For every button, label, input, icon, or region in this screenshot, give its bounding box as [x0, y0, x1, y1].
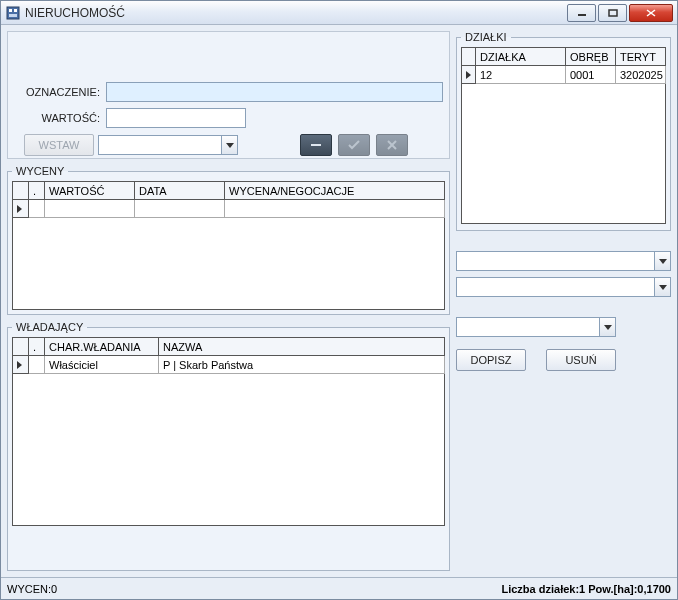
status-bar: WYCEN:0 Liczba działek:1 Pow.[ha]:0,1700: [1, 577, 677, 599]
dzialki-group: DZIAŁKI DZIAŁKA OBRĘB TERYT 12 0001 3202…: [456, 31, 671, 231]
close-button[interactable]: [629, 4, 673, 22]
wyceny-group: WYCENY . WARTOŚĆ DATA WYCENA/NEGOCJACJE: [7, 165, 450, 315]
col-char[interactable]: CHAR.WŁADANIA: [45, 338, 159, 356]
wstaw-combo[interactable]: [98, 135, 238, 155]
col-data[interactable]: DATA: [135, 182, 225, 200]
dzialki-grid[interactable]: DZIAŁKA OBRĘB TERYT 12 0001 3202025: [461, 47, 666, 84]
titlebar: NIERUCHOMOŚĆ: [1, 1, 677, 25]
table-row[interactable]: Właściciel P | Skarb Państwa: [13, 356, 445, 374]
svg-rect-0: [7, 7, 19, 19]
table-row[interactable]: [13, 200, 445, 218]
svg-rect-8: [311, 144, 321, 146]
oznaczenie-label: OZNACZENIE:: [14, 86, 106, 98]
status-dzialki: Liczba działek:1 Pow.[ha]:0,1700: [501, 583, 671, 595]
svg-rect-2: [14, 9, 17, 12]
col-wartosc[interactable]: WARTOŚĆ: [45, 182, 135, 200]
right-combo-1[interactable]: [456, 251, 671, 271]
wladajacy-grid-body[interactable]: [12, 374, 445, 526]
table-row[interactable]: 12 0001 3202025: [462, 66, 666, 84]
maximize-button[interactable]: [598, 4, 627, 22]
wyceny-grid-body[interactable]: [12, 218, 445, 310]
col-idx[interactable]: .: [29, 182, 45, 200]
cell-char[interactable]: Właściciel: [45, 356, 159, 374]
form-panel: OZNACZENIE: WARTOŚĆ: WSTAW: [7, 31, 450, 159]
status-wycen: WYCEN:0: [7, 583, 57, 595]
col-wycneg[interactable]: WYCENA/NEGOCJACJE: [225, 182, 445, 200]
chevron-down-icon[interactable]: [599, 318, 615, 336]
chevron-down-icon[interactable]: [654, 278, 670, 296]
window-buttons: [565, 4, 673, 22]
usun-button[interactable]: USUŃ: [546, 349, 616, 371]
col-indicator[interactable]: [13, 338, 29, 356]
wladajacy-grid[interactable]: . CHAR.WŁADANIA NAZWA Właściciel P | Ska…: [12, 337, 445, 374]
row-indicator-icon: [17, 205, 22, 213]
window-title: NIERUCHOMOŚĆ: [25, 6, 565, 20]
chevron-down-icon[interactable]: [221, 136, 237, 154]
row-indicator-icon: [17, 361, 22, 369]
minus-button[interactable]: [300, 134, 332, 156]
dzialki-grid-body[interactable]: [461, 84, 666, 224]
content: OZNACZENIE: WARTOŚĆ: WSTAW: [1, 25, 677, 577]
wladajacy-group: WŁADAJĄCY . CHAR.WŁADANIA NAZWA Właścici…: [7, 321, 450, 571]
dzialki-legend: DZIAŁKI: [461, 31, 511, 43]
col-idx[interactable]: .: [29, 338, 45, 356]
check-button[interactable]: [338, 134, 370, 156]
row-indicator-icon: [466, 71, 471, 79]
wartosc-label: WARTOŚĆ:: [14, 112, 106, 124]
cancel-x-button[interactable]: [376, 134, 408, 156]
cell-teryt[interactable]: 3202025: [616, 66, 666, 84]
col-teryt[interactable]: TERYT: [616, 48, 666, 66]
oznaczenie-input[interactable]: [106, 82, 443, 102]
svg-rect-3: [9, 14, 17, 17]
minimize-button[interactable]: [567, 4, 596, 22]
wyceny-grid[interactable]: . WARTOŚĆ DATA WYCENA/NEGOCJACJE: [12, 181, 445, 218]
app-icon: [5, 5, 21, 21]
col-indicator[interactable]: [462, 48, 476, 66]
right-combo-3[interactable]: [456, 317, 616, 337]
svg-rect-5: [609, 10, 617, 16]
chevron-down-icon[interactable]: [654, 252, 670, 270]
wartosc-input[interactable]: [106, 108, 246, 128]
cell-nazwa[interactable]: P | Skarb Państwa: [159, 356, 445, 374]
right-column: DZIAŁKI DZIAŁKA OBRĘB TERYT 12 0001 3202…: [456, 31, 671, 571]
col-obreb[interactable]: OBRĘB: [566, 48, 616, 66]
col-nazwa[interactable]: NAZWA: [159, 338, 445, 356]
dopisz-button[interactable]: DOPISZ: [456, 349, 526, 371]
wstaw-button[interactable]: WSTAW: [24, 134, 94, 156]
right-combo-2[interactable]: [456, 277, 671, 297]
svg-rect-1: [9, 9, 12, 12]
wladajacy-legend: WŁADAJĄCY: [12, 321, 87, 333]
cell-obreb[interactable]: 0001: [566, 66, 616, 84]
cell-dzialka[interactable]: 12: [476, 66, 566, 84]
left-column: OZNACZENIE: WARTOŚĆ: WSTAW: [7, 31, 450, 571]
window: NIERUCHOMOŚĆ OZNACZENIE: WARTOŚĆ:: [0, 0, 678, 600]
col-dzialka[interactable]: DZIAŁKA: [476, 48, 566, 66]
wyceny-legend: WYCENY: [12, 165, 68, 177]
col-indicator[interactable]: [13, 182, 29, 200]
